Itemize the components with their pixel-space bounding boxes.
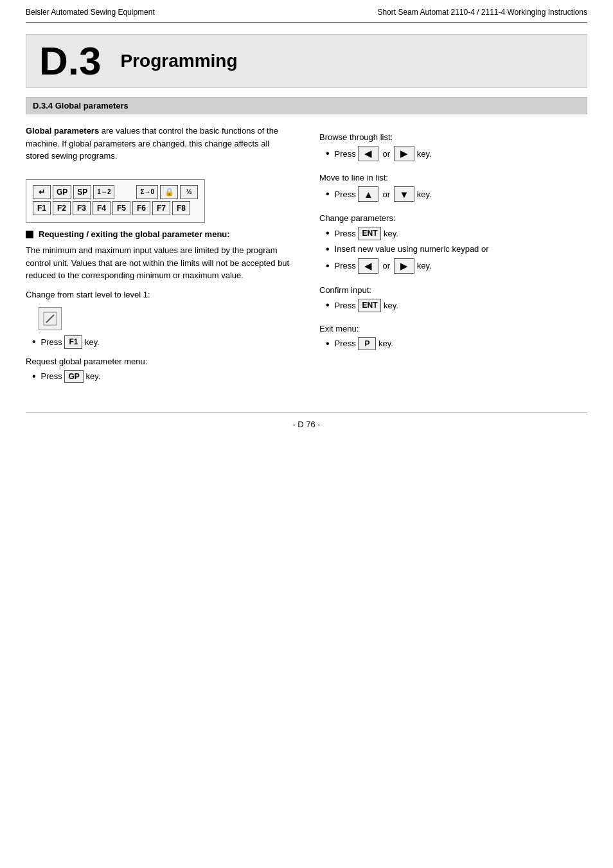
- press-gp-label: Press: [41, 371, 62, 381]
- key-f8: F8: [172, 201, 190, 215]
- press-arrow2-item: • Press ◀ or ▶ key.: [326, 258, 587, 274]
- bullet-dot-gp: •: [32, 371, 36, 382]
- page: Beisler Automated Sewing Equipment Short…: [0, 0, 613, 868]
- key-f4: F4: [93, 201, 111, 215]
- page-footer: - D 76 -: [26, 412, 587, 429]
- right-column: Browse through list: • Press ◀ or ▶ key.…: [306, 125, 587, 387]
- bullet-dot-p: •: [326, 339, 330, 349]
- key-f1: F1: [33, 201, 51, 215]
- bullet-dot-ent1: •: [326, 228, 330, 238]
- move-key-rest: key.: [417, 190, 432, 199]
- press-gp-item: • Press GP key.: [32, 370, 294, 384]
- key-f5: F5: [112, 201, 130, 215]
- insert-item: • Insert new value using numeric keypad …: [326, 244, 587, 254]
- key-sigma0: Σ→0: [136, 185, 158, 199]
- step-heading-text: Requesting / exiting the global paramete…: [39, 229, 230, 239]
- two-column-layout: Global parameters are values that contro…: [26, 125, 587, 387]
- bullet-dot-ent2: •: [326, 300, 330, 310]
- black-square-icon: [26, 231, 33, 238]
- press-arrow2-label: Press: [335, 261, 356, 270]
- press-f1-rest: key.: [85, 337, 100, 347]
- footer-text: - D 76 -: [292, 420, 320, 429]
- move-item: • Press ▲ or ▼ key.: [326, 186, 587, 202]
- key-half: ½: [180, 185, 198, 199]
- ikey-down-arrow: ▼: [394, 186, 414, 202]
- press-gp-rest: key.: [85, 371, 100, 381]
- ikey-left-arrow2: ◀: [358, 258, 378, 274]
- step-heading-block: Requesting / exiting the global paramete…: [26, 229, 294, 239]
- slash-svg: [43, 312, 57, 326]
- ikey-p: P: [358, 337, 376, 351]
- page-header: Beisler Automated Sewing Equipment Short…: [26, 0, 587, 22]
- insert-text: Insert new value using numeric keypad or: [335, 244, 489, 254]
- bullet-dot-f1: •: [32, 337, 36, 347]
- exit-label: Exit menu:: [319, 324, 587, 333]
- key-f3: F3: [73, 201, 91, 215]
- ent1-rest: key.: [384, 229, 398, 238]
- ikey-up-arrow: ▲: [358, 186, 378, 202]
- ikey-right-arrow2: ▶: [394, 258, 414, 274]
- key-lock: 🔒: [160, 185, 178, 199]
- browse-key-rest: key.: [417, 149, 432, 159]
- change-from-label: Change from start level to level 1:: [26, 290, 294, 299]
- press-ent2-label: Press: [335, 301, 356, 310]
- bullet-dot-move: •: [326, 189, 330, 199]
- press-p-label: Press: [335, 339, 356, 348]
- change-label: Change parameters:: [319, 213, 587, 223]
- request-label: Request global parameter menu:: [26, 357, 294, 366]
- page-title: Programming: [120, 51, 237, 71]
- ikey-left-arrow-browse: ◀: [358, 146, 378, 161]
- move-press-label: Press: [335, 190, 356, 199]
- intro-bold: Global parameters: [26, 126, 99, 136]
- press-ent1-label: Press: [335, 229, 356, 238]
- ikey-right-arrow-browse: ▶: [394, 146, 414, 161]
- kbd-row-2: F1 F2 F3 F4 F5 F6 F7 F8: [33, 201, 198, 215]
- header-right: Short Seam Automat 2110-4 / 2111-4 Worki…: [377, 8, 587, 17]
- bullet-dot-insert: •: [326, 244, 330, 254]
- key-f2: F2: [53, 201, 71, 215]
- press-ent1-item: • Press ENT key.: [326, 227, 587, 240]
- key-gp: GP: [53, 185, 71, 199]
- key-enter-symbol: ↵: [33, 185, 51, 199]
- press-ent2-item: • Press ENT key.: [326, 299, 587, 312]
- p-rest: key.: [378, 339, 393, 348]
- slash-icon: [39, 307, 62, 330]
- bullet-dot-browse: •: [326, 148, 330, 159]
- press-p-item: • Press P key.: [326, 337, 587, 351]
- browse-press-label: Press: [335, 149, 356, 159]
- key-1-2: 1↔2: [93, 185, 114, 199]
- ikey-gp: GP: [64, 370, 83, 384]
- kbd-row-1: ↵ GP SP 1↔2 Σ→0 🔒 ½: [33, 185, 198, 199]
- step-heading-bold: Requesting / exiting the global paramete…: [39, 229, 230, 239]
- press-f1-item: • Press F1 key.: [32, 335, 294, 349]
- keyboard-diagram: ↵ GP SP 1↔2 Σ→0 🔒 ½ F1 F2 F3 F4 F5 F6 F7: [26, 179, 205, 224]
- ikey-f1: F1: [64, 335, 82, 349]
- move-label: Move to line in list:: [319, 173, 587, 182]
- bullet-dot-arrow2: •: [326, 261, 330, 271]
- arrow2-or: or: [382, 261, 390, 270]
- step-body-text: The minimum and maximum input values are…: [26, 244, 294, 282]
- header-left: Beisler Automated Sewing Equipment: [26, 8, 155, 17]
- ikey-ent1: ENT: [358, 227, 381, 240]
- key-spacer: [116, 185, 134, 199]
- ikey-ent2: ENT: [358, 299, 381, 312]
- ent2-rest: key.: [384, 301, 398, 310]
- section-header: D.3.4 Global parameters: [26, 97, 587, 114]
- press-f1-label: Press: [41, 337, 62, 347]
- key-f6: F6: [132, 201, 150, 215]
- left-column: Global parameters are values that contro…: [26, 125, 306, 387]
- arrow2-rest: key.: [417, 261, 432, 270]
- title-block: D.3 Programming: [26, 34, 587, 88]
- key-sp: SP: [73, 185, 91, 199]
- move-or: or: [382, 190, 390, 199]
- confirm-label: Confirm input:: [319, 285, 587, 295]
- section-number: D.3: [39, 41, 101, 81]
- intro-paragraph: Global parameters are values that contro…: [26, 125, 294, 163]
- browse-label: Browse through list:: [319, 132, 587, 142]
- browse-or: or: [382, 149, 390, 159]
- key-f7: F7: [152, 201, 170, 215]
- browse-item: • Press ◀ or ▶ key.: [326, 146, 587, 161]
